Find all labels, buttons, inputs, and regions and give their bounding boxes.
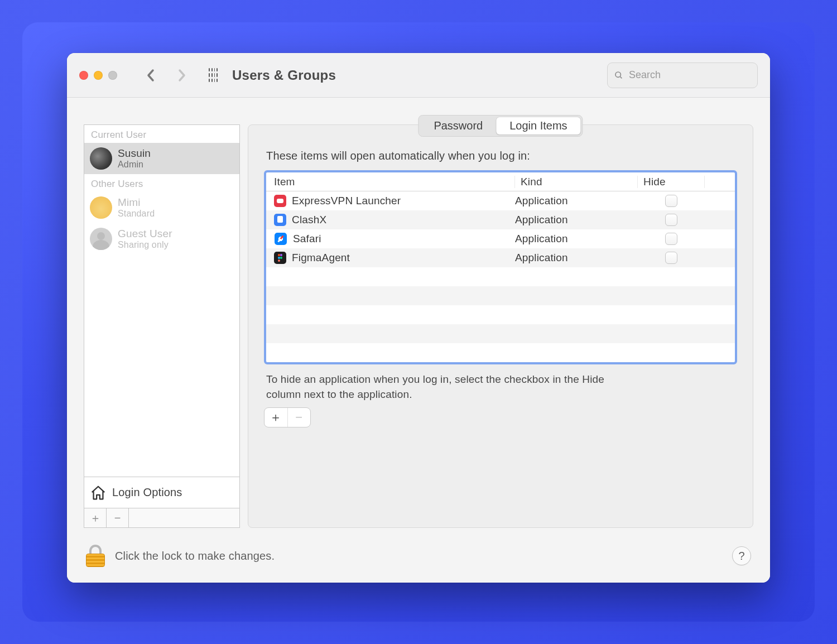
user-role: Admin <box>118 160 151 170</box>
minimize-button[interactable] <box>94 71 103 80</box>
table-row[interactable]: Safari Application <box>266 229 735 248</box>
item-name: FigmaAgent <box>292 252 350 264</box>
table-header-row: Item Kind Hide <box>266 172 735 191</box>
page-title: Users & Groups <box>232 68 336 83</box>
hide-checkbox[interactable] <box>665 233 677 245</box>
col-hide[interactable]: Hide <box>638 176 705 188</box>
item-kind: Application <box>515 195 638 207</box>
table-row-empty <box>266 267 735 286</box>
sidebar-item-user-guest[interactable]: Guest User Sharing only <box>84 223 239 254</box>
users-sidebar: Current User Susuin Admin Other Users Mi… <box>84 124 240 528</box>
avatar <box>90 147 112 170</box>
preferences-window: Users & Groups Current User Susuin Admin… <box>67 53 770 583</box>
table-row[interactable]: ClashX Application <box>266 210 735 229</box>
hide-checkbox[interactable] <box>665 214 677 226</box>
item-kind: Application <box>515 233 638 245</box>
tabs: Password Login Items <box>418 115 583 137</box>
table-row-empty <box>266 305 735 324</box>
col-item[interactable]: Item <box>274 176 515 188</box>
login-items-table[interactable]: Item Kind Hide ExpressVPN Launcher Appli… <box>264 170 737 364</box>
app-icon <box>274 214 286 226</box>
hide-hint-text: To hide an application when you log in, … <box>266 372 623 402</box>
add-user-button[interactable]: ＋ <box>84 508 107 527</box>
app-icon <box>274 252 286 264</box>
lock-hint-text: Click the lock to make changes. <box>115 550 275 563</box>
svg-line-1 <box>620 76 622 78</box>
lock-button[interactable] <box>86 545 105 567</box>
item-kind: Application <box>515 252 638 264</box>
other-users-header: Other Users <box>84 174 239 192</box>
remove-user-button[interactable]: − <box>107 508 129 527</box>
tab-password[interactable]: Password <box>420 117 496 134</box>
table-body: ExpressVPN Launcher Application ClashX A… <box>266 191 735 362</box>
table-row-empty <box>266 324 735 343</box>
hide-checkbox[interactable] <box>665 252 677 264</box>
app-icon <box>275 233 287 245</box>
chevron-left-icon <box>146 69 155 82</box>
grid-icon <box>209 68 218 83</box>
col-kind[interactable]: Kind <box>515 176 638 188</box>
search-input[interactable] <box>629 69 751 81</box>
user-name: Susuin <box>118 147 151 160</box>
current-user-header: Current User <box>84 125 239 143</box>
avatar <box>90 228 112 250</box>
avatar <box>90 196 112 219</box>
user-role: Sharing only <box>118 240 172 250</box>
help-button[interactable]: ? <box>732 546 751 565</box>
user-name: Mimi <box>118 196 155 209</box>
back-button[interactable] <box>138 64 163 87</box>
sidebar-item-user-mimi[interactable]: Mimi Standard <box>84 192 239 223</box>
add-login-item-button[interactable]: ＋ <box>264 408 288 427</box>
lock-icon <box>86 554 105 567</box>
table-row[interactable]: FigmaAgent Application <box>266 248 735 267</box>
remove-login-item-button: − <box>288 408 311 427</box>
content-area: Current User Susuin Admin Other Users Mi… <box>67 98 770 535</box>
user-list: Current User Susuin Admin Other Users Mi… <box>84 124 240 508</box>
show-all-button[interactable] <box>201 64 225 87</box>
login-items-add-remove: ＋ − <box>264 407 311 427</box>
item-name: ClashX <box>292 214 326 226</box>
window-controls <box>79 71 117 80</box>
login-options-button[interactable]: Login Options <box>84 477 239 508</box>
table-row[interactable]: ExpressVPN Launcher Application <box>266 191 735 210</box>
svg-point-0 <box>615 71 620 76</box>
item-name: Safari <box>293 233 321 245</box>
login-options-label: Login Options <box>112 486 182 499</box>
chevron-right-icon <box>177 69 186 82</box>
main-panel: Password Login Items These items will op… <box>248 124 753 528</box>
login-items-subtitle: These items will open automatically when… <box>266 150 737 162</box>
item-kind: Application <box>515 214 638 226</box>
table-row-empty <box>266 343 735 362</box>
sidebar-item-current-user[interactable]: Susuin Admin <box>84 143 239 174</box>
window-footer: Click the lock to make changes. ? <box>67 535 770 583</box>
sidebar-add-remove: ＋ − <box>84 508 240 528</box>
house-icon <box>90 484 107 501</box>
forward-button <box>170 64 194 87</box>
tab-login-items[interactable]: Login Items <box>496 117 580 134</box>
item-name: ExpressVPN Launcher <box>292 195 401 207</box>
search-icon <box>614 70 623 80</box>
user-name: Guest User <box>118 228 172 240</box>
user-role: Standard <box>118 209 155 219</box>
search-field[interactable] <box>607 63 758 88</box>
close-button[interactable] <box>79 71 88 80</box>
window-toolbar: Users & Groups <box>67 53 770 98</box>
app-icon <box>274 195 286 207</box>
desktop-background: Users & Groups Current User Susuin Admin… <box>22 22 815 622</box>
hide-checkbox[interactable] <box>665 195 677 207</box>
table-row-empty <box>266 286 735 305</box>
zoom-button[interactable] <box>108 71 117 80</box>
